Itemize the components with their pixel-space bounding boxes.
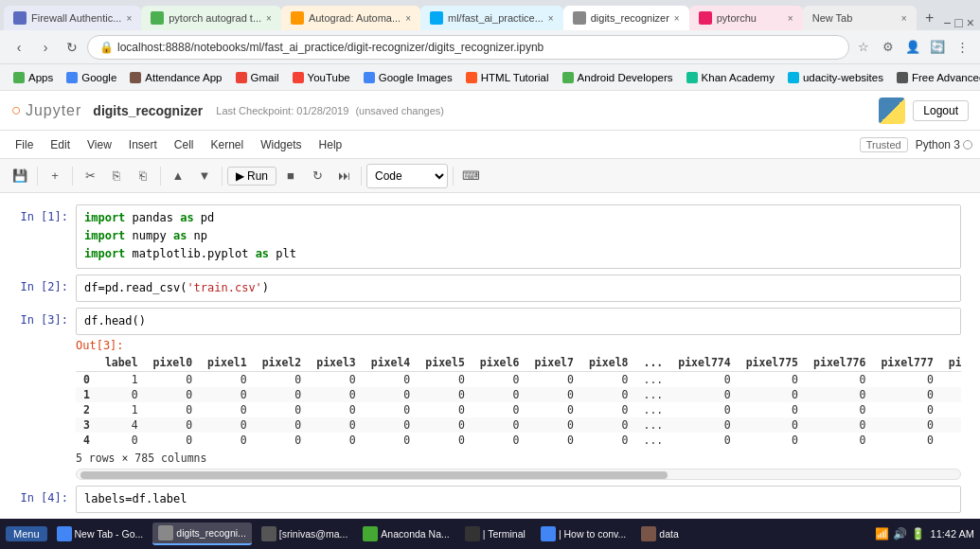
bookmark-images-label: Google Images: [379, 72, 453, 83]
taskbar-item-howto[interactable]: | How to conv...: [535, 522, 632, 545]
cell-3-content[interactable]: df.head(): [76, 308, 961, 335]
cell-2-content[interactable]: df=pd.read_csv('train.csv'): [76, 274, 961, 302]
tab-close-ag[interactable]: ×: [405, 13, 411, 24]
sync-button[interactable]: 🔄: [927, 37, 948, 58]
col-pixel778: pixel778: [941, 354, 961, 372]
cell-value: 0: [581, 387, 636, 402]
tab-close-g[interactable]: ×: [266, 13, 272, 24]
logout-button[interactable]: Logout: [913, 100, 969, 121]
output-3-table-container[interactable]: label pixel0 pixel1 pixel2 pixel3 pixel4…: [76, 354, 961, 448]
menu-view[interactable]: View: [80, 135, 119, 154]
bookmark-star-button[interactable]: ☆: [853, 37, 874, 58]
taskbar-newtab-icon: [57, 526, 72, 541]
taskbar-item-digits[interactable]: digits_recogni...: [152, 522, 252, 545]
profile-button[interactable]: 👤: [902, 37, 923, 58]
bookmark-android[interactable]: Android Developers: [557, 70, 679, 85]
cell-value: 0: [739, 433, 806, 448]
attendance-icon: [130, 72, 141, 83]
jupyter-menubar: File Edit View Insert Cell Kernel Widget…: [0, 131, 980, 159]
address-bar[interactable]: 🔒 localhost:8888/notebooks/ml/fast_ai_pr…: [87, 35, 849, 60]
taskbar-item-anaconda[interactable]: Anaconda Na...: [357, 522, 454, 545]
back-button[interactable]: ‹: [8, 36, 30, 59]
notebook-area: In [1]: import pandas as pd import numpy…: [0, 193, 980, 549]
bookmark-gmail[interactable]: Gmail: [230, 70, 285, 85]
menu-cell[interactable]: Cell: [167, 135, 202, 154]
restart-run-button[interactable]: ⏭: [331, 164, 356, 188]
tab-favicon-ml: [430, 11, 443, 25]
tab-close-digits[interactable]: ×: [674, 13, 680, 24]
bookmark-attendance[interactable]: Attendance App: [124, 70, 227, 85]
extensions-button[interactable]: ⚙: [878, 37, 899, 58]
cell-value: 0: [806, 387, 873, 402]
minimize-button[interactable]: −: [943, 15, 951, 30]
menu-help[interactable]: Help: [312, 135, 350, 154]
menu-file[interactable]: File: [8, 135, 41, 154]
cell-value: 0: [364, 417, 419, 433]
start-button[interactable]: Menu: [6, 526, 47, 541]
tab-close-pytorch[interactable]: ×: [788, 13, 793, 24]
tab-ml[interactable]: ml/fast_ai_practice... ×: [420, 6, 563, 30]
output-3: Out[3]: label pixel0 pixel1 pixel2 pixel…: [76, 339, 961, 480]
tab-close-fw[interactable]: ×: [126, 13, 132, 24]
menu-dots-button[interactable]: ⋮: [952, 37, 972, 58]
stop-button[interactable]: ■: [278, 164, 303, 188]
cell-4-content[interactable]: labels=df.label: [76, 486, 961, 513]
menu-edit[interactable]: Edit: [43, 135, 78, 154]
bookmark-youtube-label: YouTube: [308, 72, 350, 83]
cell-value: 0: [364, 433, 419, 448]
bookmark-udacity[interactable]: udacity-websites: [782, 70, 889, 85]
menu-kernel[interactable]: Kernel: [204, 135, 252, 154]
restart-button[interactable]: ↻: [305, 164, 330, 188]
bookmark-images[interactable]: Google Images: [358, 70, 458, 85]
tab-digits[interactable]: digits_recognizer ×: [563, 6, 689, 30]
reload-button[interactable]: ↻: [61, 36, 83, 59]
cut-button[interactable]: ✂: [78, 164, 102, 188]
taskbar-terminal-label: | Terminal: [483, 528, 526, 540]
notebook-name[interactable]: digits_recognizer: [93, 103, 203, 118]
cell-value: 0: [364, 402, 419, 417]
checkpoint-info: Last Checkpoint: 01/28/2019 (unsaved cha…: [216, 105, 444, 116]
menu-widgets[interactable]: Widgets: [253, 135, 309, 154]
forward-button[interactable]: ›: [34, 36, 57, 59]
save-button[interactable]: 💾: [8, 164, 32, 188]
move-up-button[interactable]: ▲: [166, 164, 190, 188]
tab-close-newtab[interactable]: ×: [901, 13, 907, 24]
paste-button[interactable]: ⎗: [131, 164, 155, 188]
tab-g[interactable]: pytorch autograd t... ×: [141, 6, 281, 30]
tab-pytorch[interactable]: pytorchu ×: [689, 6, 803, 30]
bookmark-apps-label: Apps: [28, 72, 53, 83]
tab-close-ml[interactable]: ×: [548, 13, 554, 24]
maximize-button[interactable]: □: [954, 15, 962, 30]
taskbar-item-terminal[interactable]: | Terminal: [459, 522, 531, 545]
cell-1-content[interactable]: import pandas as pd import numpy as np i…: [76, 204, 961, 269]
cell-value: 1: [98, 371, 146, 387]
horizontal-scrollbar[interactable]: [76, 469, 961, 480]
tab-ag[interactable]: Autograd: Automa... ×: [281, 6, 420, 30]
start-label: Menu: [13, 528, 40, 540]
copy-button[interactable]: ⎘: [104, 164, 129, 188]
bookmark-youtube[interactable]: YouTube: [287, 70, 356, 85]
new-tab-button[interactable]: +: [917, 6, 943, 30]
menu-insert[interactable]: Insert: [121, 135, 165, 154]
cell-value: 0: [873, 371, 940, 387]
close-button[interactable]: ×: [967, 15, 974, 30]
table-row: 40000000000...00000000: [76, 433, 961, 448]
tab-fw[interactable]: Firewall Authentic... ×: [4, 6, 141, 30]
move-down-button[interactable]: ▼: [192, 164, 217, 188]
cell-type-select[interactable]: Code Markdown Raw: [366, 164, 448, 188]
bookmark-google[interactable]: Google: [61, 70, 122, 85]
bookmark-khan[interactable]: Khan Academy: [681, 70, 780, 85]
taskbar-item-newtab[interactable]: New Tab - Go...: [51, 522, 150, 545]
taskbar-item-data[interactable]: data: [635, 522, 684, 545]
add-cell-button[interactable]: +: [43, 164, 67, 188]
bookmark-apps[interactable]: Apps: [8, 70, 59, 85]
keyboard-shortcut-button[interactable]: ⌨: [458, 164, 483, 188]
scrollbar-thumb[interactable]: [80, 471, 668, 479]
bookmark-html[interactable]: HTML Tutorial: [460, 70, 555, 85]
cell-value: 0: [418, 417, 472, 433]
run-button[interactable]: ▶ Run: [227, 167, 276, 186]
tab-newtab[interactable]: New Tab ×: [803, 6, 917, 30]
bookmark-free[interactable]: Free Advanced Per...: [891, 70, 980, 85]
taskbar-item-srinivas[interactable]: [srinivas@ma...: [256, 522, 354, 545]
jupyter-logo: ○ Jupyter: [11, 100, 81, 120]
